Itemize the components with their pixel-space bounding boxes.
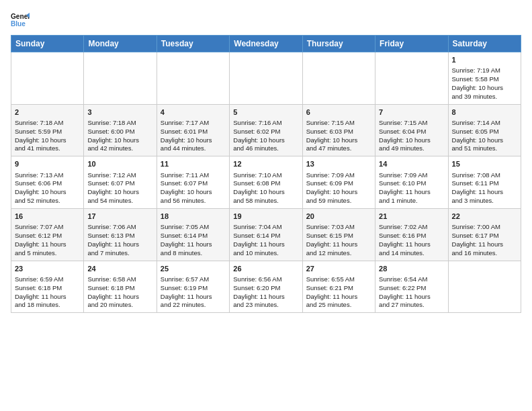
day-number: 18 <box>161 212 226 222</box>
day-number: 21 <box>379 212 444 222</box>
col-header-sunday: Sunday <box>11 36 84 52</box>
day-info: Sunrise: 6:54 AM Sunset: 6:22 PM Dayligh… <box>379 275 444 310</box>
calendar-cell: 24Sunrise: 6:58 AM Sunset: 6:18 PM Dayli… <box>84 261 157 313</box>
calendar-cell: 18Sunrise: 7:05 AM Sunset: 6:14 PM Dayli… <box>157 208 229 261</box>
day-number: 1 <box>452 55 517 65</box>
day-number: 10 <box>87 159 152 169</box>
day-number: 11 <box>161 159 226 169</box>
day-number: 15 <box>452 159 517 169</box>
day-info: Sunrise: 7:05 AM Sunset: 6:14 PM Dayligh… <box>161 223 226 257</box>
day-number: 7 <box>379 107 444 118</box>
day-info: Sunrise: 7:19 AM Sunset: 5:58 PM Dayligh… <box>452 66 517 101</box>
day-info: Sunrise: 6:57 AM Sunset: 6:19 PM Dayligh… <box>161 275 226 310</box>
calendar-cell: 21Sunrise: 7:02 AM Sunset: 6:16 PM Dayli… <box>375 208 448 261</box>
day-info: Sunrise: 7:09 AM Sunset: 6:09 PM Dayligh… <box>306 171 371 205</box>
day-info: Sunrise: 7:02 AM Sunset: 6:16 PM Dayligh… <box>379 223 444 257</box>
day-info: Sunrise: 7:16 AM Sunset: 6:02 PM Dayligh… <box>233 119 298 153</box>
day-info: Sunrise: 7:06 AM Sunset: 6:13 PM Dayligh… <box>87 223 152 257</box>
day-number: 4 <box>161 107 226 118</box>
day-info: Sunrise: 7:18 AM Sunset: 6:00 PM Dayligh… <box>87 119 152 153</box>
calendar-cell <box>375 52 448 105</box>
calendar-cell: 28Sunrise: 6:54 AM Sunset: 6:22 PM Dayli… <box>375 261 448 313</box>
day-info: Sunrise: 7:15 AM Sunset: 6:03 PM Dayligh… <box>306 119 371 153</box>
logo: General Blue <box>11 11 30 30</box>
day-info: Sunrise: 7:17 AM Sunset: 6:01 PM Dayligh… <box>161 119 226 153</box>
logo-icon: General Blue <box>11 11 30 30</box>
calendar-cell <box>302 52 375 105</box>
day-number: 27 <box>306 264 371 274</box>
day-number: 25 <box>161 264 226 274</box>
day-number: 6 <box>306 107 371 118</box>
calendar-cell <box>11 52 84 105</box>
calendar-table: SundayMondayTuesdayWednesdayThursdayFrid… <box>11 35 521 313</box>
day-info: Sunrise: 7:09 AM Sunset: 6:10 PM Dayligh… <box>379 171 444 205</box>
day-number: 14 <box>379 159 444 169</box>
svg-text:Blue: Blue <box>11 20 26 28</box>
day-info: Sunrise: 7:04 AM Sunset: 6:14 PM Dayligh… <box>233 223 298 257</box>
calendar-cell: 20Sunrise: 7:03 AM Sunset: 6:15 PM Dayli… <box>302 208 375 261</box>
calendar-cell: 13Sunrise: 7:09 AM Sunset: 6:09 PM Dayli… <box>302 156 375 209</box>
calendar-cell <box>230 52 302 105</box>
calendar-cell: 4Sunrise: 7:17 AM Sunset: 6:01 PM Daylig… <box>157 104 229 156</box>
day-number: 16 <box>15 212 80 222</box>
day-info: Sunrise: 7:08 AM Sunset: 6:11 PM Dayligh… <box>452 171 517 205</box>
calendar-cell: 12Sunrise: 7:10 AM Sunset: 6:08 PM Dayli… <box>230 156 302 209</box>
day-number: 5 <box>233 107 298 118</box>
day-info: Sunrise: 7:18 AM Sunset: 5:59 PM Dayligh… <box>15 119 80 153</box>
day-number: 9 <box>15 159 80 169</box>
week-row-1: 1Sunrise: 7:19 AM Sunset: 5:58 PM Daylig… <box>11 52 521 105</box>
calendar-cell: 25Sunrise: 6:57 AM Sunset: 6:19 PM Dayli… <box>157 261 229 313</box>
calendar-cell: 6Sunrise: 7:15 AM Sunset: 6:03 PM Daylig… <box>302 104 375 156</box>
day-info: Sunrise: 6:55 AM Sunset: 6:21 PM Dayligh… <box>306 275 371 310</box>
calendar-cell: 17Sunrise: 7:06 AM Sunset: 6:13 PM Dayli… <box>84 208 157 261</box>
day-info: Sunrise: 7:15 AM Sunset: 6:04 PM Dayligh… <box>379 119 444 153</box>
calendar-cell: 1Sunrise: 7:19 AM Sunset: 5:58 PM Daylig… <box>448 52 521 105</box>
col-header-thursday: Thursday <box>302 36 375 52</box>
day-number: 12 <box>233 159 298 169</box>
col-header-wednesday: Wednesday <box>230 36 302 52</box>
calendar-cell: 11Sunrise: 7:11 AM Sunset: 6:07 PM Dayli… <box>157 156 229 209</box>
week-row-2: 2Sunrise: 7:18 AM Sunset: 5:59 PM Daylig… <box>11 104 521 156</box>
col-header-monday: Monday <box>84 36 157 52</box>
calendar-cell <box>448 261 521 313</box>
calendar-cell: 15Sunrise: 7:08 AM Sunset: 6:11 PM Dayli… <box>448 156 521 209</box>
day-number: 23 <box>15 264 80 274</box>
calendar-cell: 2Sunrise: 7:18 AM Sunset: 5:59 PM Daylig… <box>11 104 84 156</box>
day-number: 28 <box>379 264 444 274</box>
day-info: Sunrise: 6:56 AM Sunset: 6:20 PM Dayligh… <box>233 275 298 310</box>
calendar-cell: 16Sunrise: 7:07 AM Sunset: 6:12 PM Dayli… <box>11 208 84 261</box>
day-number: 2 <box>15 107 80 118</box>
day-number: 20 <box>306 212 371 222</box>
calendar-cell: 19Sunrise: 7:04 AM Sunset: 6:14 PM Dayli… <box>230 208 302 261</box>
header: General Blue <box>11 11 521 30</box>
calendar-cell: 22Sunrise: 7:00 AM Sunset: 6:17 PM Dayli… <box>448 208 521 261</box>
calendar-cell: 8Sunrise: 7:14 AM Sunset: 6:05 PM Daylig… <box>448 104 521 156</box>
day-number: 17 <box>87 212 152 222</box>
calendar-cell: 27Sunrise: 6:55 AM Sunset: 6:21 PM Dayli… <box>302 261 375 313</box>
day-info: Sunrise: 7:13 AM Sunset: 6:06 PM Dayligh… <box>15 171 80 205</box>
day-info: Sunrise: 7:11 AM Sunset: 6:07 PM Dayligh… <box>161 171 226 205</box>
header-row: SundayMondayTuesdayWednesdayThursdayFrid… <box>11 36 521 52</box>
calendar-cell: 23Sunrise: 6:59 AM Sunset: 6:18 PM Dayli… <box>11 261 84 313</box>
calendar-cell: 5Sunrise: 7:16 AM Sunset: 6:02 PM Daylig… <box>230 104 302 156</box>
calendar-cell: 3Sunrise: 7:18 AM Sunset: 6:00 PM Daylig… <box>84 104 157 156</box>
day-number: 19 <box>233 212 298 222</box>
calendar-cell <box>84 52 157 105</box>
week-row-5: 23Sunrise: 6:59 AM Sunset: 6:18 PM Dayli… <box>11 261 521 313</box>
col-header-saturday: Saturday <box>448 36 521 52</box>
day-number: 22 <box>452 212 517 222</box>
day-info: Sunrise: 7:10 AM Sunset: 6:08 PM Dayligh… <box>233 171 298 205</box>
week-row-4: 16Sunrise: 7:07 AM Sunset: 6:12 PM Dayli… <box>11 208 521 261</box>
day-number: 3 <box>87 107 152 118</box>
day-info: Sunrise: 7:12 AM Sunset: 6:07 PM Dayligh… <box>87 171 152 205</box>
calendar-cell: 7Sunrise: 7:15 AM Sunset: 6:04 PM Daylig… <box>375 104 448 156</box>
calendar-cell: 10Sunrise: 7:12 AM Sunset: 6:07 PM Dayli… <box>84 156 157 209</box>
day-number: 24 <box>87 264 152 274</box>
day-number: 13 <box>306 159 371 169</box>
day-info: Sunrise: 6:59 AM Sunset: 6:18 PM Dayligh… <box>15 275 80 310</box>
day-info: Sunrise: 6:58 AM Sunset: 6:18 PM Dayligh… <box>87 275 152 310</box>
calendar-cell: 14Sunrise: 7:09 AM Sunset: 6:10 PM Dayli… <box>375 156 448 209</box>
day-number: 8 <box>452 107 517 118</box>
week-row-3: 9Sunrise: 7:13 AM Sunset: 6:06 PM Daylig… <box>11 156 521 209</box>
col-header-tuesday: Tuesday <box>157 36 229 52</box>
